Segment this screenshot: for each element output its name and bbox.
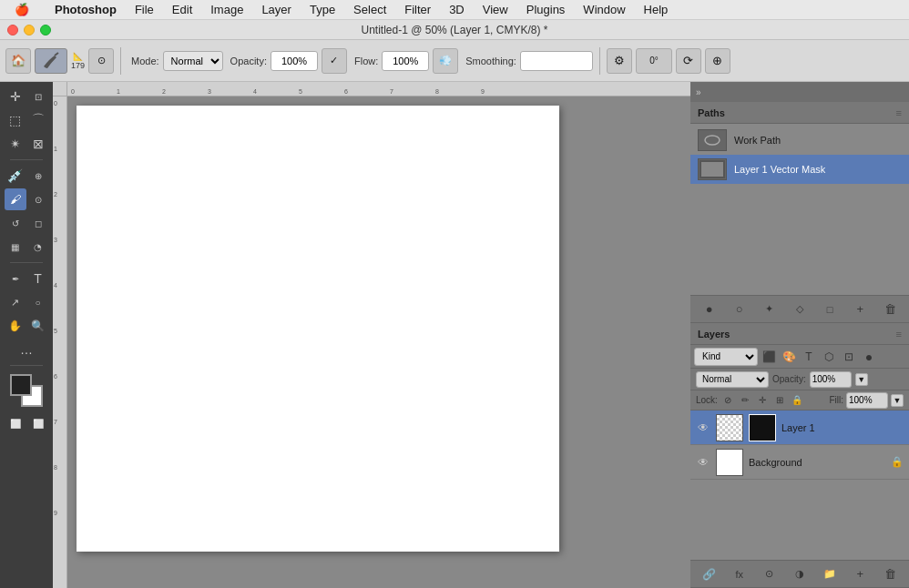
extra-button[interactable]: ⊕: [705, 48, 730, 74]
filter-shape-button[interactable]: ⬡: [820, 348, 838, 366]
layers-kind-select[interactable]: Kind: [694, 348, 758, 366]
smoothing-input[interactable]: [520, 51, 593, 71]
menu-help[interactable]: Help: [637, 1, 676, 18]
lock-artboard-button[interactable]: ⊞: [772, 393, 787, 408]
layer-fx-button[interactable]: fx: [730, 564, 750, 584]
menu-plugins[interactable]: Plugins: [519, 1, 573, 18]
menu-edit[interactable]: Edit: [165, 1, 199, 18]
layers-panel-menu-icon[interactable]: ≡: [896, 329, 902, 340]
marquee-tool[interactable]: ⬚: [5, 109, 26, 131]
link-layers-button[interactable]: 🔗: [700, 564, 720, 584]
brush-tool[interactable]: 🖌: [5, 188, 26, 210]
extra-options-tool[interactable]: …: [15, 339, 37, 360]
menu-photoshop[interactable]: Photoshop: [47, 1, 124, 18]
layers-panel-footer: 🔗 fx ⊙ ◑ 📁 + 🗑: [690, 560, 909, 587]
opacity-value-input[interactable]: [810, 371, 852, 388]
stroke-path-button[interactable]: ○: [730, 299, 750, 319]
wand-tool[interactable]: ✴: [5, 133, 26, 155]
close-button[interactable]: [7, 25, 18, 35]
filter-smart-button[interactable]: ⊡: [840, 348, 858, 366]
adjustment-layer-button[interactable]: ◑: [790, 564, 810, 584]
paths-panel-menu-icon[interactable]: ≡: [896, 107, 902, 118]
new-group-button[interactable]: 📁: [820, 564, 840, 584]
fill-path-button[interactable]: ●: [700, 299, 720, 319]
foreground-color[interactable]: [10, 374, 32, 396]
delete-layer-button[interactable]: 🗑: [880, 564, 900, 584]
opacity-input[interactable]: [271, 51, 318, 71]
new-layer-button[interactable]: +: [850, 564, 870, 584]
make-path-button[interactable]: ◇: [790, 299, 810, 319]
menu-window[interactable]: Window: [576, 1, 632, 18]
pen-tool[interactable]: ✒: [5, 268, 26, 289]
lock-transparent-button[interactable]: ⊘: [720, 393, 735, 408]
menu-file[interactable]: File: [128, 1, 161, 18]
angle-input[interactable]: 0°: [636, 48, 672, 74]
artboard-tool[interactable]: ⊡: [27, 86, 49, 107]
lock-image-button[interactable]: ✏: [738, 393, 752, 408]
menu-layer[interactable]: Layer: [254, 1, 299, 18]
stamp-tool[interactable]: ⊙: [27, 188, 49, 210]
airbrush-button[interactable]: 💨: [433, 48, 458, 74]
background-visibility-button[interactable]: 👁: [696, 455, 710, 470]
move-tool[interactable]: ✛: [5, 86, 26, 107]
gradient-tool[interactable]: ▦: [5, 236, 26, 258]
shape-tool[interactable]: ○: [27, 291, 49, 313]
new-path-button[interactable]: +: [850, 299, 870, 319]
blend-mode-select[interactable]: Normal: [696, 371, 769, 388]
path-select-tool[interactable]: ↗: [5, 291, 26, 313]
mask-path-button[interactable]: □: [820, 299, 840, 319]
canvas-document[interactable]: [77, 106, 559, 552]
mode-select[interactable]: Normal: [163, 51, 223, 71]
opacity-arrow[interactable]: ▼: [855, 373, 868, 386]
eraser-tool[interactable]: ◻: [27, 212, 49, 234]
menu-select[interactable]: Select: [346, 1, 393, 18]
flow-input[interactable]: [382, 51, 429, 71]
panel-collapse-arrows[interactable]: »: [696, 87, 701, 97]
layers-panel-header[interactable]: Layers ≡: [690, 323, 909, 345]
filter-adjust-button[interactable]: 🎨: [780, 348, 798, 366]
minimize-button[interactable]: [24, 25, 35, 35]
filter-type-button[interactable]: T: [800, 348, 818, 366]
apple-menu[interactable]: 🍎: [7, 1, 36, 18]
crop-tool[interactable]: ⊠: [27, 133, 49, 155]
menu-filter[interactable]: Filter: [397, 1, 438, 18]
load-selection-button[interactable]: ✦: [760, 299, 780, 319]
paths-panel-header[interactable]: Paths ≡: [690, 102, 909, 124]
maximize-button[interactable]: [40, 25, 51, 35]
hand-tool[interactable]: ✋: [5, 315, 26, 337]
smoothing-label: Smoothing:: [465, 56, 516, 66]
delete-path-button[interactable]: 🗑: [880, 299, 900, 319]
symmetry-button[interactable]: ⟳: [676, 48, 701, 74]
lasso-tool[interactable]: ⌒: [27, 109, 49, 131]
eyedropper-tool[interactable]: 💉: [5, 165, 26, 187]
quick-mask-mode[interactable]: ⬜: [27, 412, 49, 434]
fill-arrow[interactable]: ▼: [891, 394, 904, 407]
path-row-work[interactable]: Work Path: [690, 126, 909, 155]
spot-heal-tool[interactable]: ⊕: [27, 165, 49, 187]
history-brush-tool[interactable]: ↺: [5, 212, 26, 234]
brush-tool-icon[interactable]: [35, 48, 67, 74]
path-row-vector-mask[interactable]: Layer 1 Vector Mask: [690, 155, 909, 184]
settings-button[interactable]: ⚙: [607, 48, 632, 74]
menu-3d[interactable]: 3D: [442, 1, 472, 18]
filter-selected-button[interactable]: ●: [860, 348, 878, 366]
filter-pixel-button[interactable]: ⬛: [760, 348, 778, 366]
menu-type[interactable]: Type: [302, 1, 342, 18]
home-button[interactable]: 🏠: [5, 48, 31, 74]
layer-row-layer1[interactable]: 👁 Layer 1: [690, 411, 909, 445]
layer1-visibility-button[interactable]: 👁: [696, 421, 710, 435]
layer-row-background[interactable]: 👁 Background 🔒: [690, 445, 909, 480]
standard-mode[interactable]: ⬜: [5, 412, 26, 434]
menu-image[interactable]: Image: [203, 1, 250, 18]
pressure-button[interactable]: ⊙: [88, 48, 114, 74]
lock-all-button[interactable]: 🔒: [790, 393, 804, 408]
blur-tool[interactable]: ◔: [27, 236, 49, 258]
lock-position-button[interactable]: ✛: [755, 393, 770, 408]
fill-value-input[interactable]: [846, 392, 888, 409]
opacity-check-icon[interactable]: ✓: [322, 48, 347, 74]
add-mask-button[interactable]: ⊙: [760, 564, 780, 584]
menu-view[interactable]: View: [475, 1, 516, 18]
svg-line-0: [55, 53, 58, 56]
zoom-tool[interactable]: 🔍: [27, 315, 49, 337]
type-tool[interactable]: T: [27, 268, 49, 289]
